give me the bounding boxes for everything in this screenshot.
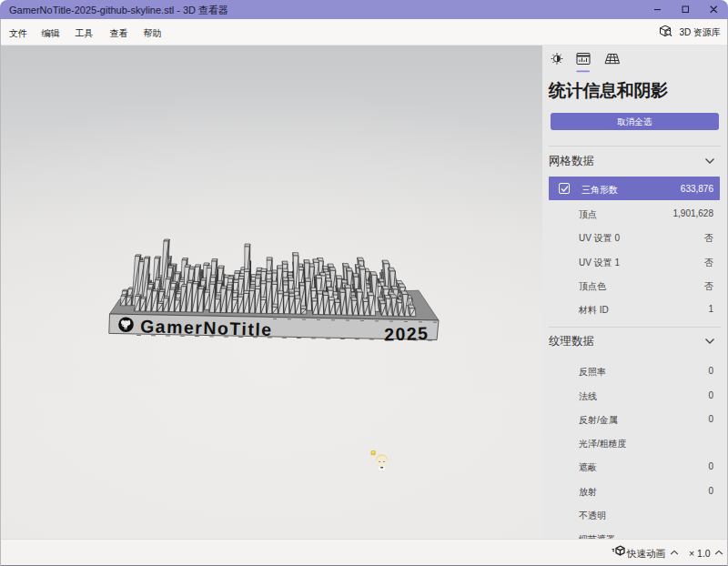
svg-text:2025: 2025 [384, 323, 430, 345]
svg-text:GamerNoTitle: GamerNoTitle [140, 316, 273, 339]
